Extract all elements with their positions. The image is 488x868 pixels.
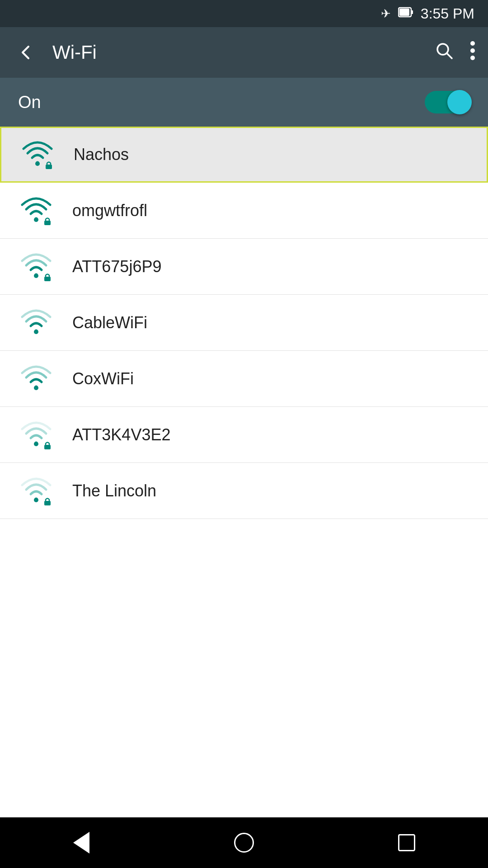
- lock-icon: [44, 160, 54, 173]
- svg-rect-13: [44, 277, 51, 281]
- more-options-button[interactable]: [470, 41, 475, 65]
- network-item-cablewifi[interactable]: CableWiFi: [0, 295, 488, 351]
- recents-nav-icon: [398, 834, 415, 851]
- network-item-thelincoln[interactable]: The Lincoln: [0, 463, 488, 519]
- back-nav-icon: [73, 832, 89, 854]
- wifi-icon-wrap: [18, 194, 54, 227]
- network-item-att3k4v3e2[interactable]: ATT3K4V3E2: [0, 407, 488, 463]
- svg-point-12: [34, 274, 38, 278]
- airplane-mode-icon: ✈: [381, 7, 391, 21]
- wifi-medium2-icon: [20, 307, 52, 339]
- network-name-att3k4v3e2: ATT3K4V3E2: [72, 425, 170, 444]
- lock-icon-2: [42, 216, 52, 229]
- battery-icon: [398, 6, 413, 21]
- wifi-icon-wrap: [18, 419, 54, 451]
- nav-home-button[interactable]: [217, 825, 271, 861]
- network-name-nachos: Nachos: [74, 145, 129, 164]
- svg-point-15: [34, 386, 38, 390]
- network-item-att675j6p9[interactable]: ATT675j6P9: [0, 239, 488, 295]
- wifi-icon-wrap: [18, 475, 54, 507]
- network-name-att675j6p9: ATT675j6P9: [72, 257, 161, 276]
- toggle-knob: [447, 90, 472, 114]
- nav-back-button[interactable]: [54, 825, 108, 861]
- app-bar: Wi-Fi: [0, 27, 488, 78]
- wifi-medium2-icon-2: [20, 363, 52, 395]
- search-button[interactable]: [435, 41, 454, 64]
- home-nav-icon: [234, 833, 254, 853]
- wifi-icon-wrap: [19, 138, 56, 171]
- status-time: 3:55 PM: [421, 5, 474, 22]
- network-name-thelincoln: The Lincoln: [72, 481, 156, 500]
- status-bar: ✈ 3:55 PM: [0, 0, 488, 27]
- network-name-cablewifi: CableWiFi: [72, 313, 147, 332]
- svg-point-7: [470, 56, 475, 60]
- svg-point-10: [34, 217, 38, 222]
- wifi-toggle-label: On: [18, 93, 41, 112]
- network-item-coxwifi[interactable]: CoxWiFi: [0, 351, 488, 407]
- svg-point-16: [34, 442, 38, 446]
- wifi-toggle-switch[interactable]: [425, 91, 470, 113]
- lock-icon-3: [42, 272, 52, 285]
- network-item-omgwtfrofl[interactable]: omgwtfrofl: [0, 183, 488, 239]
- wifi-icon-wrap: [18, 363, 54, 395]
- svg-point-18: [34, 498, 38, 502]
- svg-rect-2: [399, 9, 409, 16]
- bottom-nav: [0, 817, 488, 868]
- network-name-coxwifi: CoxWiFi: [72, 369, 134, 388]
- page-title: Wi-Fi: [52, 42, 422, 63]
- svg-point-14: [34, 330, 38, 334]
- svg-rect-17: [44, 445, 51, 449]
- svg-rect-9: [46, 165, 52, 169]
- svg-rect-11: [44, 221, 51, 225]
- wifi-toggle-row[interactable]: On: [0, 78, 488, 127]
- svg-point-5: [470, 41, 475, 46]
- status-icons: ✈ 3:55 PM: [381, 5, 474, 22]
- svg-rect-1: [411, 10, 413, 14]
- lock-icon-4: [42, 440, 52, 453]
- wifi-icon-wrap: [18, 307, 54, 339]
- network-list: Nachos omgwtfrofl: [0, 127, 488, 817]
- back-button[interactable]: [13, 43, 40, 62]
- network-name-omgwtfrofl: omgwtfrofl: [72, 201, 147, 220]
- network-item-nachos[interactable]: Nachos: [0, 127, 488, 183]
- svg-point-6: [470, 48, 475, 53]
- svg-rect-19: [44, 501, 51, 505]
- nav-recents-button[interactable]: [380, 825, 434, 861]
- svg-point-8: [35, 161, 40, 166]
- svg-line-4: [447, 53, 452, 58]
- lock-icon-5: [42, 496, 52, 509]
- app-bar-actions: [435, 41, 475, 65]
- wifi-icon-wrap: [18, 250, 54, 283]
